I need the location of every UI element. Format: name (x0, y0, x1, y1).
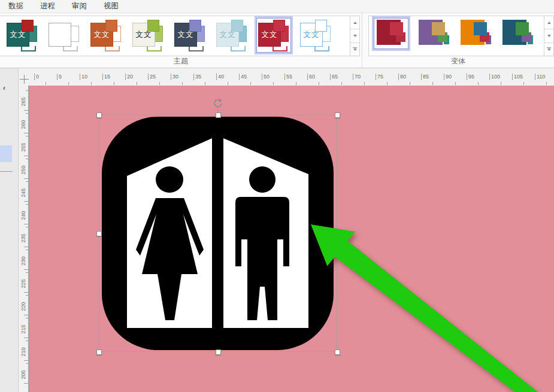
theme-connector-icon (21, 46, 36, 51)
themes-scroll-up-button[interactable] (350, 16, 359, 29)
theme-thumbnail[interactable] (47, 19, 81, 52)
themes-gallery-scrollbar (350, 16, 359, 56)
variant-thumbnail[interactable] (500, 19, 534, 48)
menu-bar: 数据进程审阅视图 (0, 0, 554, 13)
theme-accent-square (147, 20, 159, 32)
more-bar-icon (353, 47, 357, 48)
theme-accent-square (22, 20, 34, 32)
theme-connector-icon (273, 46, 287, 51)
triangle-up-icon (547, 22, 551, 24)
more-bar-icon (547, 47, 551, 48)
variant-thumbnail[interactable] (374, 19, 408, 48)
variant-color-square (390, 22, 403, 35)
variants-scroll-up-button[interactable] (544, 16, 553, 29)
variants-group-label: 变体 (362, 56, 554, 66)
theme-thumbnail[interactable]: 文文 (215, 19, 249, 52)
theme-connector-icon (314, 46, 329, 51)
variant-color-square (474, 22, 487, 35)
theme-main-square (49, 23, 71, 47)
theme-accent-square (315, 20, 327, 32)
theme-connector-icon (189, 46, 204, 51)
variants-scroll-down-button[interactable] (544, 29, 553, 42)
triangle-down-icon (353, 35, 357, 37)
triangle-up-icon (353, 22, 357, 24)
variants-gallery (368, 16, 554, 56)
theme-thumbnail[interactable]: 文文 (89, 19, 123, 52)
variants-gallery-scrollbar (544, 16, 553, 56)
triangle-down-icon (547, 35, 551, 37)
ribbon-group-variants: 变体 (362, 13, 554, 68)
theme-thumbnail[interactable]: 文文 (131, 19, 165, 52)
theme-connector-icon (147, 46, 162, 51)
theme-accent-square (105, 20, 117, 32)
theme-thumbnail[interactable]: 文文 (299, 19, 332, 52)
triangle-down-icon (353, 48, 357, 51)
theme-accent-square (273, 20, 285, 32)
menu-tab[interactable]: 数据 (0, 0, 32, 13)
menu-tab[interactable]: 审阅 (63, 0, 95, 13)
triangle-down-icon (547, 48, 551, 51)
theme-accent-square (189, 20, 201, 32)
theme-accent-square (231, 20, 243, 32)
variant-color-square (516, 22, 529, 35)
menu-tab[interactable]: 进程 (32, 0, 63, 13)
theme-connector-icon (63, 46, 78, 51)
themes-gallery: 文文文文文文文文文文文文文文 (0, 16, 360, 56)
theme-thumbnail[interactable]: 文文 (173, 19, 207, 52)
ribbon-group-themes: 文文文文文文文文文文文文文文 主题 (0, 13, 362, 68)
menu-tab[interactable]: 视图 (95, 0, 127, 13)
themes-group-label: 主题 (0, 56, 362, 66)
variant-thumbnail[interactable] (458, 19, 492, 48)
theme-thumbnail[interactable]: 文文 (257, 19, 290, 52)
variant-thumbnail[interactable] (416, 19, 450, 48)
variants-gallery-more-button[interactable] (544, 43, 553, 56)
theme-connector-icon (231, 46, 246, 51)
themes-scroll-down-button[interactable] (350, 29, 359, 42)
themes-gallery-more-button[interactable] (350, 43, 359, 56)
annotation-arrow (0, 68, 554, 392)
variant-color-square (432, 22, 445, 35)
theme-connector-icon (105, 46, 120, 51)
ribbon: 文文文文文文文文文文文文文文 主题 变体 (0, 13, 554, 68)
theme-thumbnail[interactable]: 文文 (5, 19, 39, 52)
workspace: ‹ 05101520253035404550556065707580859095… (0, 68, 554, 392)
